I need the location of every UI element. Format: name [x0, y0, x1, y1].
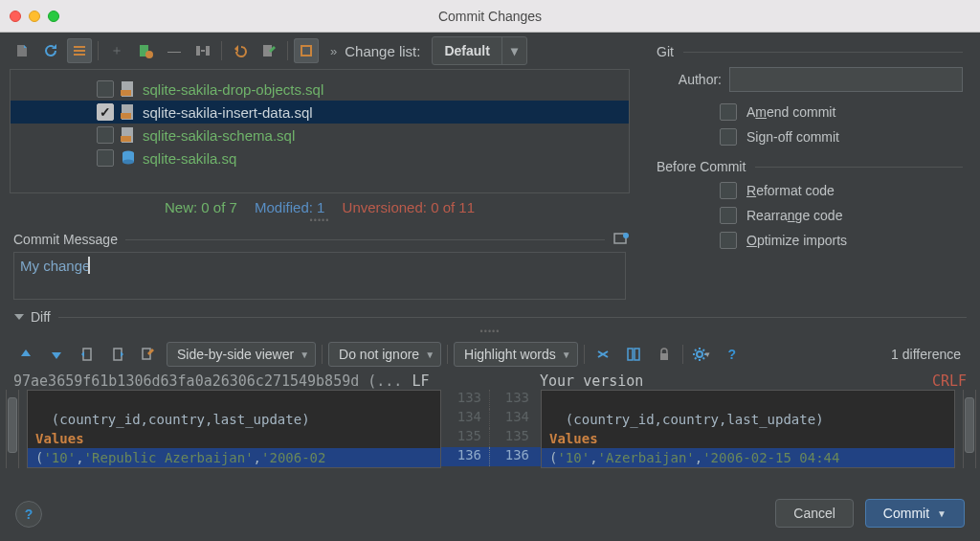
svg-rect-0	[74, 46, 85, 48]
edit-source-icon[interactable]	[256, 38, 281, 63]
close-window-button[interactable]	[10, 11, 21, 22]
window-title: Commit Changes	[0, 9, 980, 24]
change-list-value: Default	[444, 43, 489, 58]
file-checkbox[interactable]	[97, 80, 114, 98]
show-diff-icon[interactable]	[10, 38, 34, 63]
git-section-label: Git	[657, 44, 674, 59]
optimize-label: Optimize imports	[746, 233, 847, 248]
svg-rect-25	[660, 353, 668, 360]
reformat-checkbox[interactable]	[720, 182, 737, 199]
move-to-changelist-icon[interactable]	[190, 38, 215, 63]
compare-prev-file-icon[interactable]	[75, 342, 100, 367]
optimize-checkbox[interactable]	[720, 232, 737, 249]
viewer-mode-dropdown[interactable]: Side-by-side viewer▼	[167, 342, 316, 367]
db-file-icon	[120, 149, 137, 167]
add-icon[interactable]: ＋	[104, 38, 129, 63]
text-caret	[88, 257, 90, 274]
file-checkbox[interactable]	[97, 103, 114, 121]
expand-all-icon[interactable]	[294, 38, 319, 63]
dropdown-arrow-icon: ▼	[937, 508, 947, 519]
right-scrollbar[interactable]	[963, 390, 976, 468]
collapse-toggle-icon[interactable]	[13, 311, 25, 323]
before-commit-section-header: Before Commit	[657, 159, 963, 174]
file-name: sqlite-sakila.sq	[143, 150, 236, 167]
change-list-label: Change list:	[345, 43, 420, 59]
help-icon[interactable]: ?	[720, 342, 745, 367]
signoff-label: Sign-off commit	[746, 129, 839, 145]
signoff-commit-option[interactable]: Sign-off commit	[657, 128, 963, 146]
split-gripper[interactable]: •••••	[0, 327, 980, 336]
author-input[interactable]	[729, 67, 963, 92]
options-panel: Git Author: Amend commit Sign-off commit…	[639, 33, 980, 300]
svg-point-19	[623, 233, 629, 238]
file-name: sqlite-sakila-insert-data.sql	[143, 104, 313, 121]
sql-file-icon	[120, 103, 137, 121]
svg-rect-2	[74, 54, 85, 56]
refresh-icon[interactable]	[38, 38, 63, 63]
diff-gutter: 133133 134134 135135 136136	[441, 390, 541, 468]
svg-rect-21	[114, 349, 122, 360]
lock-icon[interactable]	[652, 342, 677, 367]
diff-viewer[interactable]: ◉ Insert into country (country_id,countr…	[0, 390, 980, 468]
new-changelist-icon[interactable]	[133, 38, 158, 63]
changed-files-list[interactable]: sqlite-sakila-drop-objects.sql sqlite-sa…	[10, 69, 630, 193]
toolbar-separator	[287, 41, 288, 60]
amend-commit-option[interactable]: Amend commit	[657, 103, 963, 121]
svg-rect-1	[74, 50, 85, 52]
edit-icon[interactable]	[136, 342, 161, 367]
rearrange-checkbox[interactable]	[720, 207, 737, 224]
cancel-button[interactable]: Cancel	[775, 499, 854, 528]
amend-checkbox[interactable]	[720, 103, 737, 121]
revision-row: 97ae3659f61b1306d63fa0a26306c271549b859d…	[0, 372, 980, 390]
file-row[interactable]: sqlite-sakila-insert-data.sql	[11, 101, 629, 124]
next-diff-icon[interactable]	[44, 342, 69, 367]
remove-icon[interactable]: —	[162, 38, 187, 63]
compare-next-file-icon[interactable]	[105, 342, 130, 367]
base-revision-hash: 97ae3659f61b1306d63fa0a26306c271549b859d…	[13, 372, 402, 390]
commit-message-label: Commit Message	[13, 232, 118, 247]
diff-toolbar: Side-by-side viewer▼ Do not ignore▼ High…	[0, 336, 980, 372]
collapse-unchanged-icon[interactable]	[590, 342, 615, 367]
file-row[interactable]: sqlite-sakila-schema.sql	[11, 124, 629, 147]
highlight-mode-dropdown[interactable]: Highlight words▼	[454, 342, 578, 367]
svg-rect-12	[121, 113, 131, 119]
file-row[interactable]: sqlite-sakila-drop-objects.sql	[11, 78, 629, 101]
reformat-option[interactable]: Reformat code	[657, 182, 963, 199]
group-by-directory-icon[interactable]	[67, 38, 92, 63]
prev-diff-icon[interactable]	[13, 342, 38, 367]
svg-rect-24	[635, 349, 639, 360]
sql-file-icon	[120, 80, 137, 98]
reformat-label: Reformat code	[746, 183, 835, 198]
file-row[interactable]: sqlite-sakila.sq	[11, 147, 629, 169]
settings-gear-icon[interactable]: ▾	[689, 342, 714, 367]
diff-section-header[interactable]: Diff	[0, 300, 980, 327]
your-version-label: Your version	[540, 372, 643, 390]
file-checkbox[interactable]	[97, 126, 114, 144]
ignore-whitespace-dropdown[interactable]: Do not ignore▼	[328, 342, 441, 367]
commit-button[interactable]: Commit▼	[865, 499, 965, 528]
rearrange-option[interactable]: Rearrange code	[657, 207, 963, 224]
rollback-icon[interactable]	[228, 38, 253, 63]
diff-left-pane[interactable]: ◉ Insert into country (country_id,countr…	[27, 390, 441, 468]
commit-message-input[interactable]: My change	[13, 252, 626, 300]
sync-scroll-icon[interactable]	[621, 342, 646, 367]
signoff-checkbox[interactable]	[720, 128, 737, 146]
svg-point-26	[697, 351, 702, 357]
left-scrollbar[interactable]	[6, 390, 19, 468]
change-list-dropdown[interactable]: Default ▾	[432, 36, 526, 65]
split-gripper[interactable]: •••••	[0, 215, 639, 225]
toolbar-separator	[98, 41, 99, 60]
file-checkbox[interactable]	[97, 149, 114, 167]
overflow-chevron-icon[interactable]: »	[330, 44, 337, 58]
file-stats: New: 0 of 7 Modified: 1 Unversioned: 0 o…	[0, 193, 639, 227]
title-bar: Commit Changes	[0, 0, 980, 33]
diff-right-pane[interactable]: Insert into country ✔ (country_id,countr…	[541, 390, 955, 468]
svg-rect-10	[121, 90, 131, 96]
message-history-icon[interactable]	[612, 231, 630, 248]
optimize-option[interactable]: Optimize imports	[657, 232, 963, 249]
svg-point-4	[145, 51, 153, 58]
minimize-window-button[interactable]	[29, 11, 40, 22]
help-button[interactable]: ?	[15, 501, 42, 528]
commit-toolbar: ＋ — » Change list: Default ▾	[0, 33, 639, 69]
zoom-window-button[interactable]	[48, 11, 59, 22]
